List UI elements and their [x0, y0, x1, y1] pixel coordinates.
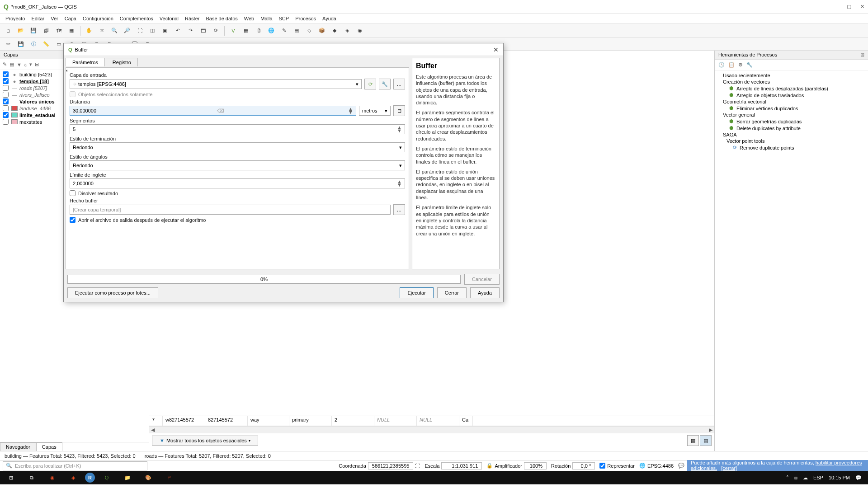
- minimize-button[interactable]: —: [833, 4, 838, 9]
- notifications-icon[interactable]: 💬: [855, 475, 862, 481]
- print-layout-icon[interactable]: 🗺: [53, 25, 64, 36]
- clear-icon[interactable]: ⌫: [217, 108, 224, 114]
- tree-vector-geom[interactable]: Geometría vectorial: [723, 99, 864, 105]
- xyz-icon[interactable]: ◉: [354, 25, 365, 36]
- tree-vector-point-tools[interactable]: Vector point tools: [723, 138, 864, 144]
- new-project-icon[interactable]: 🗋: [3, 25, 14, 36]
- expand-icon[interactable]: ε: [24, 62, 27, 67]
- new-map-icon[interactable]: 🗔: [198, 25, 208, 36]
- menu-procesos[interactable]: Procesos: [295, 16, 316, 21]
- wfs-icon[interactable]: ◆: [329, 25, 340, 36]
- dialog-close-icon[interactable]: ✕: [493, 46, 499, 53]
- clock[interactable]: 10:15 PM: [829, 475, 850, 480]
- dissolve-checkbox[interactable]: [70, 190, 75, 196]
- endcap-select[interactable]: Redondo▾: [70, 142, 405, 152]
- coord-value[interactable]: 586121,2385595: [368, 462, 414, 469]
- tab-navegador[interactable]: Navegador: [0, 442, 36, 451]
- maximize-button[interactable]: ▢: [847, 4, 851, 9]
- tree-translate[interactable]: ⬢Arreglo de objetos trasladados: [723, 92, 864, 99]
- toolbox-results-icon[interactable]: 📋: [728, 62, 735, 68]
- r-icon[interactable]: R: [85, 473, 95, 483]
- extent-icon[interactable]: ⛶: [415, 463, 420, 469]
- menu-editar[interactable]: Editar: [31, 16, 44, 21]
- messages-icon[interactable]: 💬: [678, 463, 684, 469]
- tree-delete-dup-attr[interactable]: ⬢Delete duplicates by attribute: [723, 125, 864, 131]
- processing-tree[interactable]: Usado recientemente Creación de vectores…: [715, 70, 868, 153]
- tree-offset-lines[interactable]: ⬢Arreglo de líneas desplazadas (paralela…: [723, 85, 864, 92]
- toolbox-options-icon[interactable]: 🔧: [746, 62, 753, 68]
- filter-icon[interactable]: ▼: [17, 62, 22, 67]
- input-layer-select[interactable]: ⁘ templos [EPSG:4486]▾: [70, 79, 362, 89]
- paint-icon[interactable]: 🎨: [139, 471, 157, 484]
- miter-input[interactable]: 2,000000▲▼: [70, 178, 405, 188]
- rotation-value[interactable]: 0,0 °: [572, 462, 595, 469]
- close-button[interactable]: ✕: [860, 4, 864, 9]
- tray-chevron-icon[interactable]: ˄: [786, 475, 789, 481]
- menu-malla[interactable]: Malla: [260, 16, 272, 21]
- tab-registro[interactable]: Registro: [106, 58, 138, 66]
- menu-raster[interactable]: Ráster: [185, 16, 199, 21]
- joinstyle-select[interactable]: Redondo▾: [70, 160, 405, 170]
- measure-icon[interactable]: 📏: [41, 39, 52, 50]
- pan-selection-icon[interactable]: ⤧: [96, 25, 107, 36]
- raster-add-icon[interactable]: ▦: [241, 25, 251, 36]
- zoom-next-icon[interactable]: ↷: [185, 25, 196, 36]
- locator-search[interactable]: 🔍 Escriba para localizar (Ctrl+K): [3, 461, 147, 470]
- scale-value[interactable]: 1:1.031.911: [441, 462, 482, 469]
- table-h-scrollbar[interactable]: ◀▶: [149, 426, 714, 433]
- distance-unit-select[interactable]: metros▾: [359, 106, 391, 116]
- menu-capa[interactable]: Capa: [65, 16, 76, 21]
- style-icon[interactable]: ✎: [3, 61, 7, 67]
- open-output-checkbox[interactable]: [70, 217, 75, 223]
- iterate-icon[interactable]: ⟳: [364, 79, 376, 89]
- tab-parametros[interactable]: Parámetros: [66, 58, 105, 66]
- distance-input[interactable]: 30,000000 ⌫ ▲▼: [70, 106, 356, 116]
- zoom-last-icon[interactable]: ↶: [172, 25, 183, 36]
- wcs-icon[interactable]: ◈: [342, 25, 353, 36]
- magnifier-value[interactable]: 100%: [524, 462, 547, 469]
- menu-scp[interactable]: SCP: [279, 16, 289, 21]
- edit-toggle-icon[interactable]: ✏: [3, 39, 14, 50]
- collapse-help-icon[interactable]: ◂: [66, 68, 409, 73]
- menu-basedatos[interactable]: Base de datos: [206, 16, 237, 21]
- menu-proyecto[interactable]: Proyecto: [5, 16, 25, 21]
- brave-icon[interactable]: ◈: [64, 471, 82, 484]
- lock-icon[interactable]: 🔒: [486, 463, 493, 469]
- close-dialog-button[interactable]: Cerrar: [437, 287, 467, 298]
- crs-icon[interactable]: 🌐: [639, 463, 646, 469]
- zoom-in-icon[interactable]: 🔍: [109, 25, 120, 36]
- table-row[interactable]: 7 w827145572 827145572 way primary 2 NUL…: [149, 416, 714, 426]
- render-checkbox[interactable]: [599, 463, 605, 469]
- menu-configuracion[interactable]: Configuración: [83, 16, 113, 21]
- tree-vector-creation[interactable]: Creación de vectores: [723, 79, 864, 85]
- save-icon[interactable]: 💾: [28, 25, 39, 36]
- vector-add-icon[interactable]: V: [228, 25, 239, 36]
- help-button[interactable]: Ayuda: [470, 287, 500, 298]
- toolbox-history-icon[interactable]: 🕓: [718, 62, 725, 68]
- dropbox-icon[interactable]: ⧈: [794, 475, 797, 481]
- chrome-icon[interactable]: ◉: [43, 471, 61, 484]
- menu-web[interactable]: Web: [244, 16, 254, 21]
- table-view-icon[interactable]: ▤: [700, 435, 712, 446]
- tree-saga[interactable]: SAGA: [723, 131, 864, 138]
- zoom-layer-icon[interactable]: ▣: [160, 25, 170, 36]
- explorer-icon[interactable]: 📁: [118, 471, 137, 484]
- select-icon[interactable]: ▭: [53, 39, 64, 50]
- save-edits-icon[interactable]: 💾: [15, 39, 26, 50]
- open-project-icon[interactable]: 📂: [15, 25, 26, 36]
- tree-remove-dup-vert[interactable]: ⬢Eliminar vértices duplicados: [723, 105, 864, 112]
- zoom-full-icon[interactable]: ⛶: [134, 25, 145, 36]
- tree-remove-dup-points[interactable]: ⟳Remove duplicate points: [723, 144, 864, 151]
- zoom-selection-icon[interactable]: ◫: [147, 25, 158, 36]
- browse-icon[interactable]: …: [393, 79, 405, 89]
- menu-ver[interactable]: Ver: [51, 16, 58, 21]
- segments-input[interactable]: 5▲▼: [70, 124, 405, 134]
- crs-value[interactable]: EPSG:4486: [647, 463, 674, 469]
- onedrive-icon[interactable]: ☁: [803, 475, 808, 481]
- data-defined-icon[interactable]: ⊟: [393, 105, 405, 116]
- menu-complementos[interactable]: Complementos: [120, 16, 153, 21]
- zoom-out-icon[interactable]: 🔎: [122, 25, 132, 36]
- virtual-icon[interactable]: ◇: [304, 25, 315, 36]
- remove-icon[interactable]: ⊟: [35, 61, 39, 67]
- tree-vector-general[interactable]: Vector general: [723, 112, 864, 118]
